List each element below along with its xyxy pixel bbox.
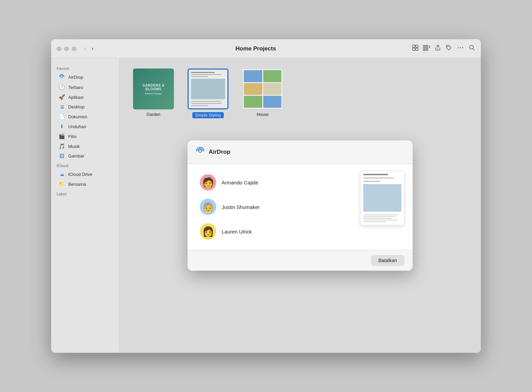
unduhan-icon: ⬇ [59,123,65,130]
svg-point-12 [61,76,63,78]
preview-text-area [363,214,401,222]
preview-line-1 [363,174,388,175]
cancel-button[interactable]: Batalkan [371,255,404,266]
back-button[interactable]: ‹ [82,44,88,53]
close-button[interactable] [57,46,61,51]
contact-name-justin: Justin Shumaker [222,204,260,210]
modal-overlay: AirDrop 🧑 Armando Cajide [119,58,481,353]
svg-rect-2 [413,48,415,50]
icloud-section-label: iCloud [51,161,119,169]
sidebar-item-airdrop-label: AirDrop [68,75,83,80]
sidebar-item-terbaru[interactable]: 🕐 Terbaru [53,82,117,92]
sidebar-item-dokumen[interactable]: 📄 Dokumen [53,112,117,121]
svg-point-8 [458,47,459,48]
content-area: Gardens & Blooms Interior Design Garden [119,58,481,353]
svg-rect-4 [423,45,428,46]
svg-rect-6 [423,49,428,50]
contact-item-lauren[interactable]: 👩 Lauren Ulrick [196,220,353,243]
svg-rect-1 [416,45,418,47]
sidebar-item-unduhan[interactable]: ⬇ Unduhan [53,122,117,131]
icloud-drive-icon: ☁ [59,171,65,177]
sidebar-item-desktop[interactable]: 🖥 Desktop [53,102,117,111]
minimize-button[interactable] [64,46,69,51]
share-icon[interactable] [434,44,441,53]
file-preview [360,171,404,225]
musik-icon: 🎵 [59,143,65,149]
preview-line-3 [363,181,380,182]
modal-body: 🧑 Armando Cajide 🧓 Justin Shumaker [188,164,413,250]
grid-view-icon[interactable] [412,44,419,53]
svg-point-11 [470,45,473,49]
label-section-label: Label [51,189,119,197]
finder-window: ‹ › Home Projects [51,39,481,353]
toolbar-right [412,44,475,53]
sidebar-item-unduhan-label: Unduhan [68,124,86,129]
svg-rect-5 [423,47,428,48]
sidebar-item-airdrop[interactable]: AirDrop [53,72,117,82]
sidebar-item-icloud-drive-label: iCloud Drive [68,172,92,177]
modal-airdrop-icon [196,147,205,157]
sidebar: Favorit AirDrop 🕐 Terbaru 🚀 Aplikasi [51,58,119,353]
preview-image-area [363,184,401,212]
titlebar: ‹ › Home Projects [51,39,481,58]
sidebar-item-gambar[interactable]: 🖼 Gambar [53,151,117,161]
airdrop-modal: AirDrop 🧑 Armando Cajide [188,140,413,271]
traffic-lights [57,46,76,51]
contacts-list: 🧑 Armando Cajide 🧓 Justin Shumaker [196,171,353,243]
main-area: Favorit AirDrop 🕐 Terbaru 🚀 Aplikasi [51,58,481,353]
modal-title: AirDrop [209,149,230,155]
contact-item-armando[interactable]: 🧑 Armando Cajide [196,171,353,194]
sidebar-item-film-label: Film [68,134,77,139]
avatar-justin: 🧓 [200,199,216,215]
search-icon[interactable] [469,44,475,53]
film-icon: 🎬 [59,133,65,139]
dokumen-icon: 📄 [59,114,65,120]
sidebar-item-musik[interactable]: 🎵 Musik [53,141,117,151]
desktop-icon: 🖥 [59,104,65,110]
contact-name-armando: Armando Cajide [222,180,258,185]
sidebar-item-desktop-label: Desktop [68,104,85,109]
sidebar-item-dokumen-label: Dokumen [68,114,87,119]
gambar-icon: 🖼 [59,153,65,159]
nav-buttons: ‹ › [82,44,95,53]
svg-point-9 [460,47,461,48]
svg-point-7 [447,46,448,47]
contact-name-lauren: Lauren Ulrick [222,229,252,235]
modal-header: AirDrop [188,140,413,164]
aplikasi-icon: 🚀 [59,94,65,100]
svg-rect-0 [413,45,415,47]
sidebar-item-terbaru-label: Terbaru [68,85,83,90]
more-icon[interactable] [456,44,464,53]
contact-item-justin[interactable]: 🧓 Justin Shumaker [196,195,353,218]
window-title: Home Projects [100,45,412,52]
sidebar-item-bersama[interactable]: 📁 Bersama [53,179,117,189]
sidebar-item-gambar-label: Gambar [68,153,84,159]
sidebar-item-film[interactable]: 🎬 Film [53,132,117,141]
tag-icon[interactable] [445,44,452,53]
svg-point-10 [462,47,463,48]
avatar-armando: 🧑 [200,174,216,191]
sidebar-item-aplikasi[interactable]: 🚀 Aplikasi [53,92,117,102]
svg-point-13 [199,150,202,152]
airdrop-icon [59,74,65,80]
bersama-icon: 📁 [59,181,65,187]
sidebar-item-icloud-drive[interactable]: ☁ iCloud Drive [53,169,117,179]
modal-footer: Batalkan [188,250,413,271]
terbaru-icon: 🕐 [59,84,65,90]
sidebar-item-musik-label: Musik [68,144,80,149]
sort-icon[interactable] [423,44,430,53]
maximize-button[interactable] [72,46,76,51]
avatar-lauren: 👩 [200,223,216,240]
forward-button[interactable]: › [89,44,95,53]
sidebar-item-aplikasi-label: Aplikasi [68,95,84,100]
favorites-section-label: Favorit [51,64,119,72]
sidebar-item-bersama-label: Bersama [68,182,86,187]
preview-line-2 [363,177,394,179]
svg-rect-3 [416,48,418,50]
